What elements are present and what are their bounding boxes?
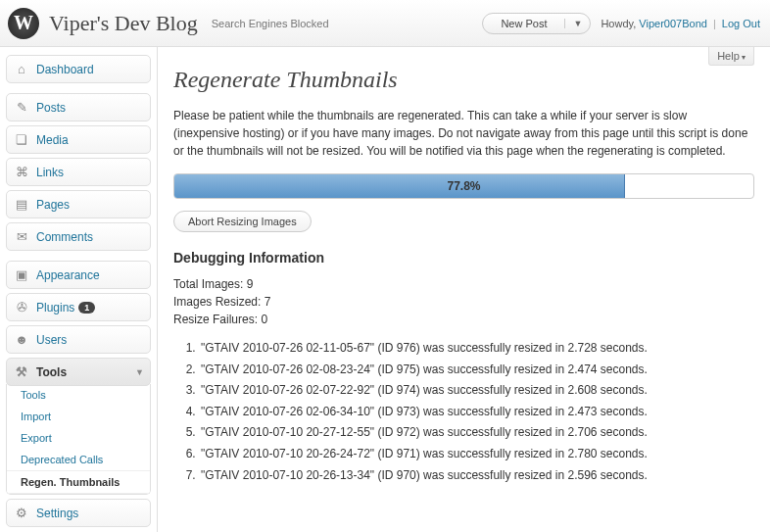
new-post-label: New Post	[483, 18, 564, 29]
plugin-icon: ✇	[13, 300, 30, 314]
images-resized-value: 7	[265, 295, 271, 309]
sidebar-item-settings[interactable]: ⚙Settings	[6, 499, 151, 527]
main-content: Help Regenerate Thumbnails Please be pat…	[158, 47, 770, 532]
sidebar-item-plugins[interactable]: ✇Plugins1	[6, 293, 151, 321]
site-title[interactable]: Viper's Dev Blog	[49, 11, 198, 36]
username-link[interactable]: Viper007Bond	[639, 18, 707, 29]
home-icon: ⌂	[13, 62, 30, 76]
submenu-item-regen-thumbnails[interactable]: Regen. Thumbnails	[7, 470, 150, 494]
progress-percent-text: 77.8%	[174, 174, 753, 198]
log-entry: "GTAIV 2010-07-26 02-08-23-24" (ID 975) …	[199, 360, 754, 381]
page-title: Regenerate Thumbnails	[173, 57, 754, 107]
log-entry: "GTAIV 2010-07-10 20-27-12-55" (ID 972) …	[199, 422, 754, 444]
debug-heading: Debugging Information	[173, 250, 754, 266]
log-entry: "GTAIV 2010-07-26 02-06-34-10" (ID 973) …	[199, 402, 754, 423]
log-entry: "GTAIV 2010-07-26 02-11-05-67" (ID 976) …	[199, 338, 754, 360]
page-icon: ▤	[13, 197, 30, 212]
log-entry: "GTAIV 2010-07-26 02-07-22-92" (ID 974) …	[199, 380, 754, 402]
resize-log: "GTAIV 2010-07-26 02-11-05-67" (ID 976) …	[173, 338, 754, 486]
submenu-item-deprecated[interactable]: Deprecated Calls	[7, 449, 150, 470]
resize-failures-value: 0	[261, 313, 267, 326]
users-icon: ☻	[13, 332, 30, 347]
sidebar-item-dashboard[interactable]: ⌂Dashboard	[6, 55, 151, 83]
intro-text: Please be patient while the thumbnails a…	[173, 107, 754, 160]
abort-button[interactable]: Abort Resizing Images	[173, 211, 312, 232]
comment-icon: ✉	[13, 229, 30, 244]
sidebar-item-posts[interactable]: ✎Posts	[6, 93, 151, 121]
link-icon: ⌘	[13, 165, 30, 179]
admin-sidebar: ⌂Dashboard ✎Posts ❏Media ⌘Links ▤Pages ✉…	[0, 47, 158, 532]
progress-bar-container: 77.8%	[173, 173, 754, 199]
log-entry: "GTAIV 2010-07-10 20-26-24-72" (ID 971) …	[199, 444, 754, 465]
help-tab[interactable]: Help	[708, 47, 754, 66]
wp-logo-icon[interactable]: W	[8, 8, 39, 39]
submenu-item-import[interactable]: Import	[7, 406, 150, 427]
log-entry: "GTAIV 2010-07-10 20-26-13-34" (ID 970) …	[199, 465, 754, 487]
chevron-down-icon[interactable]: ▼	[564, 19, 590, 28]
pin-icon: ✎	[13, 100, 30, 115]
media-icon: ❏	[13, 132, 30, 147]
sidebar-item-pages[interactable]: ▤Pages	[6, 190, 151, 218]
total-images-value: 9	[247, 277, 254, 291]
sidebar-item-appearance[interactable]: ▣Appearance	[6, 261, 151, 289]
chevron-down-icon: ▼	[135, 367, 144, 377]
sidebar-item-users[interactable]: ☻Users	[6, 325, 151, 354]
plugins-update-badge: 1	[78, 302, 95, 314]
sidebar-item-tools[interactable]: ⚒Tools▼	[6, 358, 151, 386]
tools-submenu: Tools Import Export Deprecated Calls Reg…	[6, 384, 151, 495]
appearance-icon: ▣	[13, 267, 30, 282]
new-post-button[interactable]: New Post ▼	[482, 13, 591, 34]
sidebar-item-media[interactable]: ❏Media	[6, 125, 151, 154]
sidebar-item-comments[interactable]: ✉Comments	[6, 222, 151, 251]
sidebar-item-links[interactable]: ⌘Links	[6, 158, 151, 186]
submenu-item-export[interactable]: Export	[7, 427, 150, 449]
admin-header: W Viper's Dev Blog Search Engines Blocke…	[0, 0, 770, 47]
user-greeting: Howdy, Viper007Bond | Log Out	[601, 18, 760, 29]
settings-icon: ⚙	[13, 506, 30, 520]
search-blocked-notice[interactable]: Search Engines Blocked	[212, 18, 329, 29]
logout-link[interactable]: Log Out	[722, 18, 760, 29]
tools-icon: ⚒	[13, 364, 30, 379]
stats-block: Total Images: 9 Images Resized: 7 Resize…	[173, 275, 754, 328]
submenu-item-tools[interactable]: Tools	[7, 384, 150, 406]
